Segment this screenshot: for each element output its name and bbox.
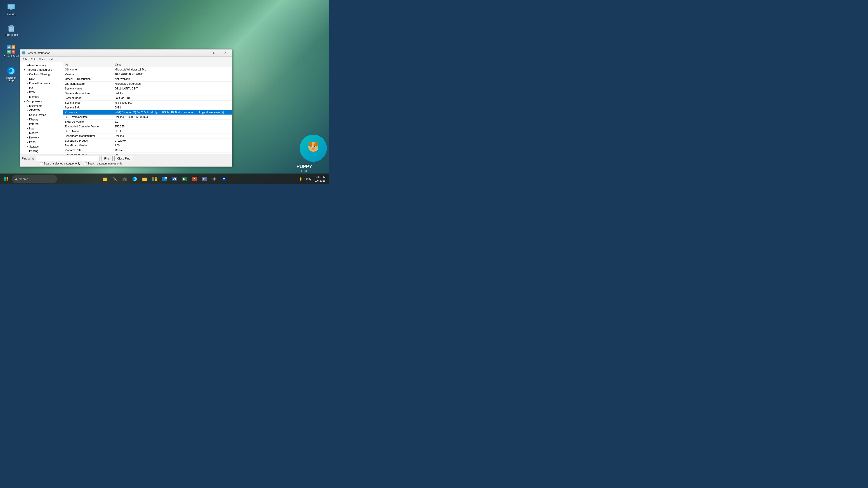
table-row[interactable]: System ManufacturerDell Inc. [63,91,232,96]
table-cell-item: BIOS Version/Date [63,115,113,120]
tree-modem[interactable]: – Modem [20,131,63,135]
tree-dma[interactable]: – DMA [20,76,63,81]
svg-text:W: W [173,177,176,181]
tree-ports[interactable]: ▶ Ports [20,140,63,144]
find-input[interactable] [36,156,99,161]
svg-text:X: X [183,177,185,181]
tree-network[interactable]: ▶ Network [20,135,63,140]
menu-help[interactable]: Help [47,57,56,61]
start-button[interactable] [2,174,11,184]
tree-infrared[interactable]: – Infrared [20,122,63,126]
printing-expand: – [26,149,29,153]
taskbar-excel[interactable]: X [180,174,189,184]
table-row[interactable]: BaseBoard VersionA00 [63,143,232,148]
table-row[interactable]: System SKU08E1 [63,105,232,110]
table-row[interactable]: ProcessorIntel(R) Core(TM) i5-8265U CPU … [63,110,232,115]
taskbar-file-explorer[interactable] [100,174,110,184]
table-row[interactable]: OS NameMicrosoft Windows 11 Pro [63,67,232,72]
desktop-icon-recycle-bin[interactable]: Recycle Bin [2,23,20,37]
table-cell-item: System Manufacturer [63,91,113,96]
desktop-icon-edge[interactable]: Microsoft Edge [2,66,20,83]
ports-expand[interactable]: ▶ [26,140,29,144]
tree-cdrom[interactable]: – CD-ROM [20,108,63,113]
taskbar-camera[interactable] [120,174,129,184]
table-row[interactable]: BIOS Version/DateDell Inc. 1.36.0, 11/14… [63,115,232,120]
close-find-button[interactable]: Close Find [114,156,133,161]
tree-forced-hardware[interactable]: – Forced Hardware [20,81,63,86]
svg-rect-64 [214,177,215,177]
input-expand[interactable]: ▶ [26,127,29,130]
tray-weather[interactable]: Sunny [299,177,311,181]
table-row[interactable]: SMBIOS Version3.2 [63,120,232,124]
table-row[interactable]: BaseBoard Product07WDVW [63,138,232,143]
svg-rect-28 [6,177,8,179]
taskbar-outlook[interactable] [160,174,169,184]
tree-hardware-resources[interactable]: ▼ Hardware Resources [20,68,63,72]
desktop-icon-control-panel[interactable]: Control Panel [2,44,20,59]
menu-edit[interactable]: Edit [29,57,37,61]
minimize-button[interactable]: ─ [198,50,209,56]
selected-category-checkbox[interactable] [40,162,43,165]
tree-conflicts[interactable]: – Conflicts/Sharing [20,72,63,76]
tree-panel[interactable]: System Summary ▼ Hardware Resources – Co… [20,62,63,155]
sound-expand: – [26,113,29,117]
tree-memory[interactable]: – Memory [20,95,63,99]
table-row[interactable]: Other OS DescriptionNot Available [63,77,232,82]
table-cell-value: Dell Inc. [113,91,232,96]
menu-file[interactable]: File [21,57,29,61]
tray-clock[interactable]: 1:11 PM 2/6/2025 [313,174,327,184]
table-row[interactable]: BaseBoard ManufacturerDell Inc. [63,134,232,138]
storage-expand[interactable]: ▶ [26,145,29,149]
tree-input[interactable]: ▶ Input [20,126,63,131]
control-panel-icon-svg [7,45,16,54]
table-row[interactable]: Version10.0.26100 Build 26100 [63,72,232,77]
taskbar-app[interactable]: M [220,174,229,184]
network-expand[interactable]: ▶ [26,136,29,139]
window-titlebar[interactable]: i System Information ─ ☐ ✕ [20,50,232,57]
components-expand-icon[interactable]: ▼ [23,100,26,103]
taskbar-search[interactable]: Search [12,175,57,183]
table-cell-item: System SKU [63,105,113,110]
tree-ports-label: Ports [29,140,35,144]
expand-icon[interactable] [21,64,25,67]
tree-io[interactable]: – I/O [20,86,63,90]
taskbar-file-explorer-2[interactable] [140,174,149,184]
table-cell-item: Version [63,72,113,77]
table-row[interactable]: OS ManufacturerMicrosoft Corporation [63,82,232,86]
taskbar-edge[interactable] [130,174,139,184]
infrared-expand: – [26,122,29,126]
restore-button[interactable]: ☐ [209,50,219,56]
hardware-expand-icon[interactable]: ▼ [23,68,26,72]
multimedia-expand[interactable]: ▶ [26,104,29,108]
table-row[interactable]: System NameDELL-LATITUDE-7 [63,86,232,91]
table-row[interactable]: Embedded Controller Version255.255 [63,124,232,129]
table-row[interactable]: Platform RoleMobile [63,148,232,153]
table-row[interactable]: System ModelLatitude 7400 [63,96,232,101]
tree-multimedia[interactable]: ▶ Multimedia [20,104,63,108]
menu-view[interactable]: View [37,57,47,61]
category-names-checkbox[interactable] [84,162,87,165]
taskbar-settings[interactable] [210,174,219,184]
find-button[interactable]: Find [101,156,112,161]
taskbar-store[interactable] [150,174,159,184]
taskbar-powerpoint[interactable]: P [190,174,199,184]
taskbar-teams[interactable]: T [200,174,209,184]
tree-sound-device[interactable]: – Sound Device [20,113,63,117]
tree-display[interactable]: – Display [20,117,63,122]
svg-rect-44 [155,177,157,179]
details-panel[interactable]: Item Value OS NameMicrosoft Windows 11 P… [63,62,232,155]
table-row[interactable]: BIOS ModeUEFI [63,129,232,134]
desktop-icon-this-pc[interactable]: This PC [2,2,20,17]
taskbar-snipping-tool[interactable] [110,174,119,184]
table-row[interactable]: System Typex64-based PC [63,101,232,105]
tree-printing[interactable]: – Printing [20,149,63,153]
tree-system-summary[interactable]: System Summary [20,63,63,68]
tree-components-label: Components [26,100,42,103]
table-row[interactable]: Secure Boot StateOn [63,153,232,155]
close-button[interactable]: ✕ [220,50,230,56]
tree-components[interactable]: ▼ Components [20,99,63,104]
taskbar-word[interactable]: W [170,174,179,184]
svg-point-87 [312,149,314,150]
tree-irqs[interactable]: – IRQs [20,90,63,95]
tree-storage[interactable]: ▶ Storage [20,144,63,149]
